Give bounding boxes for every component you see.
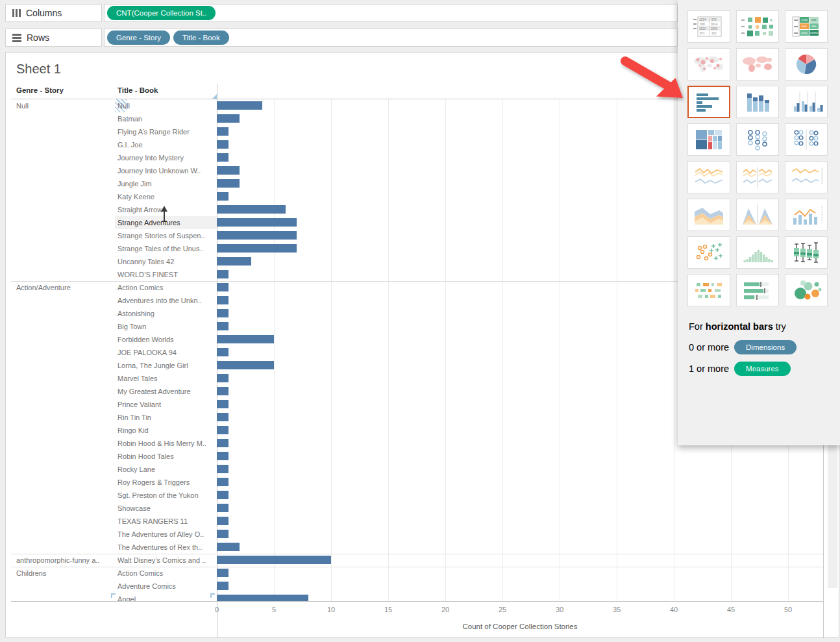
title-label[interactable]: Katy Keene [117, 190, 216, 203]
showme-histogram[interactable] [736, 236, 779, 269]
columns-shelf[interactable]: CNT(Cooper Collection St.. [104, 4, 678, 22]
bar-mark[interactable] [217, 218, 297, 227]
rows-shelf[interactable]: Genre - StoryTitle - Book [104, 29, 678, 47]
bar-mark[interactable] [217, 283, 229, 291]
title-label[interactable]: The Adventures of Rex th.. [117, 541, 216, 554]
showme-horizontal-bars[interactable] [687, 86, 730, 118]
bar-mark[interactable] [217, 478, 229, 486]
bar-mark[interactable] [217, 101, 262, 110]
bar-mark[interactable] [217, 348, 229, 356]
columns-pill-0[interactable]: CNT(Cooper Collection St.. [107, 6, 216, 20]
title-column-header[interactable]: Title - Book [117, 86, 158, 94]
title-label[interactable]: Journey Into Unknown W.. [117, 164, 216, 177]
bar-mark[interactable] [217, 127, 229, 136]
showme-dual-combination[interactable] [785, 199, 828, 231]
showme-side-by-side-bars[interactable] [785, 86, 828, 118]
bar-mark[interactable] [217, 595, 308, 601]
showme-highlight-table[interactable]: 1234546368380262063950 [785, 10, 828, 43]
showme-stacked-bars[interactable] [736, 86, 779, 118]
title-label[interactable]: Robin Hood & His Merry M.. [117, 437, 216, 450]
bar-mark[interactable] [217, 244, 297, 253]
showme-area-continuous[interactable] [687, 199, 730, 231]
bar-mark[interactable] [217, 179, 240, 188]
title-label[interactable]: My Greatest Adventure [117, 385, 216, 398]
showme-lines-discrete[interactable] [736, 161, 779, 193]
bar-mark[interactable] [217, 309, 229, 317]
bar-mark[interactable] [217, 361, 274, 369]
bar-mark[interactable] [217, 439, 229, 447]
bar-mark[interactable] [217, 140, 229, 149]
title-label[interactable]: TEXAS RANGERS 11 [117, 515, 216, 528]
title-label[interactable]: Robin Hood Tales [117, 450, 216, 463]
title-label[interactable]: Adventure Comics [117, 580, 216, 593]
bar-mark[interactable] [217, 231, 297, 240]
showme-symbol-map[interactable] [687, 48, 730, 80]
showme-text-table[interactable]: 1234678368301426202569971322 [687, 10, 730, 43]
title-label[interactable]: Null [117, 99, 216, 112]
showme-scatter-plot[interactable] [687, 236, 730, 269]
bar-mark[interactable] [217, 530, 229, 538]
bar-mark[interactable] [217, 335, 274, 343]
showme-side-by-side-circles[interactable] [785, 123, 828, 156]
showme-gantt[interactable] [687, 274, 730, 306]
bar-mark[interactable] [217, 582, 229, 590]
showme-filled-map[interactable] [736, 48, 779, 80]
showme-box-and-whisker[interactable] [785, 236, 828, 269]
title-label[interactable]: Forbidden Worlds [117, 333, 216, 346]
showme-bullet-graph[interactable] [736, 274, 779, 306]
showme-area-discrete[interactable] [736, 199, 779, 231]
title-label[interactable]: Journey Into Mystery [117, 151, 216, 164]
bar-mark[interactable] [217, 517, 229, 525]
title-label[interactable]: JOE PALOOKA 94 [117, 346, 216, 359]
title-label[interactable]: Sgt. Preston of the Yukon [117, 489, 216, 502]
bar-mark[interactable] [217, 205, 286, 214]
showme-heat-map[interactable] [736, 10, 779, 43]
title-label[interactable]: Strange Stories of Suspen.. [117, 229, 216, 242]
bar-mark[interactable] [217, 296, 229, 304]
title-label[interactable]: Batman [117, 112, 216, 125]
title-label[interactable]: Strange Tales of the Unus.. [117, 242, 216, 255]
genre-label[interactable]: Childrens [16, 567, 114, 580]
title-label[interactable]: G.I. Joe [117, 138, 216, 151]
title-label[interactable]: Strange Adventures [117, 216, 216, 229]
title-label[interactable]: Jungle Jim [117, 177, 216, 190]
genre-label[interactable]: Null [16, 99, 114, 112]
title-label[interactable]: Lorna, The Jungle Girl [117, 359, 216, 372]
title-label[interactable]: Straight Arrow [117, 203, 216, 216]
bar-mark[interactable] [217, 374, 229, 382]
title-label[interactable]: Marvel Tales [117, 372, 216, 385]
showme-pie-chart[interactable] [785, 48, 828, 80]
genre-label[interactable]: Action/Adventure [16, 281, 114, 294]
title-label[interactable]: Rocky Lane [117, 463, 216, 476]
bar-mark[interactable] [217, 387, 229, 395]
title-label[interactable]: Walt Disney’s Comics and .. [117, 554, 216, 567]
bar-mark[interactable] [217, 413, 229, 421]
bar-mark[interactable] [217, 153, 229, 162]
bar-mark[interactable] [217, 322, 229, 330]
showme-circle-views[interactable] [736, 123, 779, 156]
bar-mark[interactable] [217, 270, 229, 278]
bar-mark[interactable] [217, 465, 229, 473]
title-label[interactable]: Rin Tin Tin [117, 411, 216, 424]
title-label[interactable]: The Adventures of Alley O.. [117, 528, 216, 541]
rows-shelf-label[interactable]: Rows [5, 29, 102, 47]
bar-mark[interactable] [217, 504, 229, 512]
showme-packed-bubbles[interactable] [785, 274, 828, 306]
bar-mark[interactable] [217, 556, 331, 564]
title-label[interactable]: Showcase [117, 502, 216, 515]
bar-mark[interactable] [217, 426, 229, 434]
genre-label[interactable]: anthropomorphic-funny a.. [16, 554, 114, 567]
bar-mark[interactable] [217, 543, 240, 551]
bar-mark[interactable] [217, 491, 229, 499]
title-label[interactable]: Roy Rogers & Triggers [117, 476, 216, 489]
bar-mark[interactable] [217, 257, 251, 265]
columns-shelf-label[interactable]: Columns [5, 4, 102, 22]
bar-mark[interactable] [217, 192, 229, 201]
bar-mark[interactable] [217, 452, 229, 460]
rows-pill-1[interactable]: Title - Book [173, 31, 229, 45]
showme-dual-lines[interactable] [785, 161, 828, 193]
title-label[interactable]: WORLD’S FINEST [117, 268, 216, 281]
title-label[interactable]: Astonishing [117, 307, 216, 320]
showme-lines-continuous[interactable] [687, 161, 730, 193]
title-label[interactable]: Angel [117, 593, 216, 601]
